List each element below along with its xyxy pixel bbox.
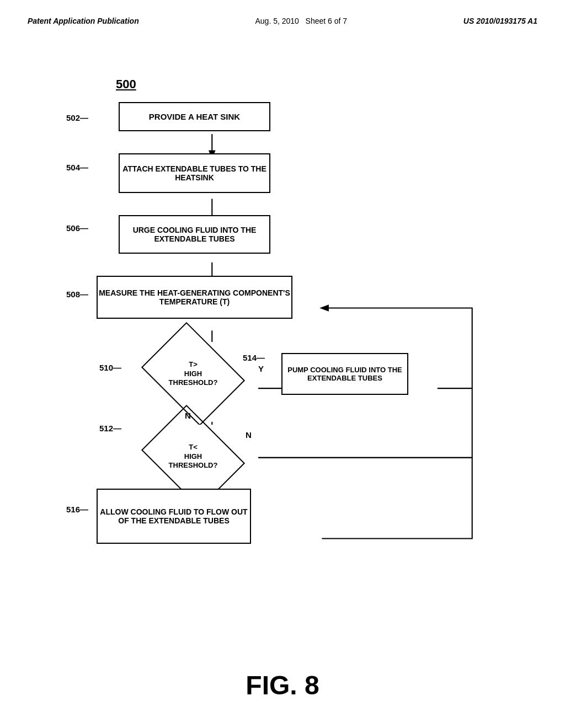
step-504-box: ATTACH EXTENDABLE TUBES TO THE HEATSINK xyxy=(119,153,270,193)
step-502-box: PROVIDE A HEAT SINK xyxy=(119,102,270,131)
step-label-514: 514— xyxy=(243,353,265,362)
step-label-504: 504— xyxy=(66,163,88,172)
step-label-516: 516— xyxy=(66,505,88,514)
step-512-diamond: T<HIGHTHRESHOLD? xyxy=(152,425,234,489)
figure-label: FIG. 8 xyxy=(246,670,319,700)
step-510-diamond: T>HIGHTHRESHOLD? xyxy=(152,342,234,406)
diagram-number: 500 xyxy=(116,77,136,92)
step-516-box: ALLOW COOLING FLUID TO FLOW OUT OF THE E… xyxy=(97,489,251,544)
patent-diagram: 500 xyxy=(33,72,530,678)
step-508-box: MEASURE THE HEAT-GENERATING COMPONENT'S … xyxy=(97,276,292,319)
label-y-510: Y xyxy=(258,364,264,373)
step-label-508: 508— xyxy=(66,290,88,299)
page-header: Patent Application Publication Aug. 5, 2… xyxy=(0,0,565,25)
step-label-510: 510— xyxy=(99,363,121,372)
header-date-sheet: Aug. 5, 2010 Sheet 6 of 7 xyxy=(255,17,347,25)
step-506-box: URGE COOLING FLUID INTO THE EXTENDABLE T… xyxy=(119,215,270,254)
step-514-box: PUMP COOLING FLUID INTO THE EXTENDABLE T… xyxy=(281,353,408,395)
step-label-506: 506— xyxy=(66,223,88,233)
header-publication-type: Patent Application Publication xyxy=(28,17,139,25)
header-patent-number: US 2010/0193175 A1 xyxy=(463,17,537,25)
step-label-512: 512— xyxy=(99,424,121,433)
label-n-512: N xyxy=(246,430,252,440)
step-label-502: 502— xyxy=(66,113,88,122)
